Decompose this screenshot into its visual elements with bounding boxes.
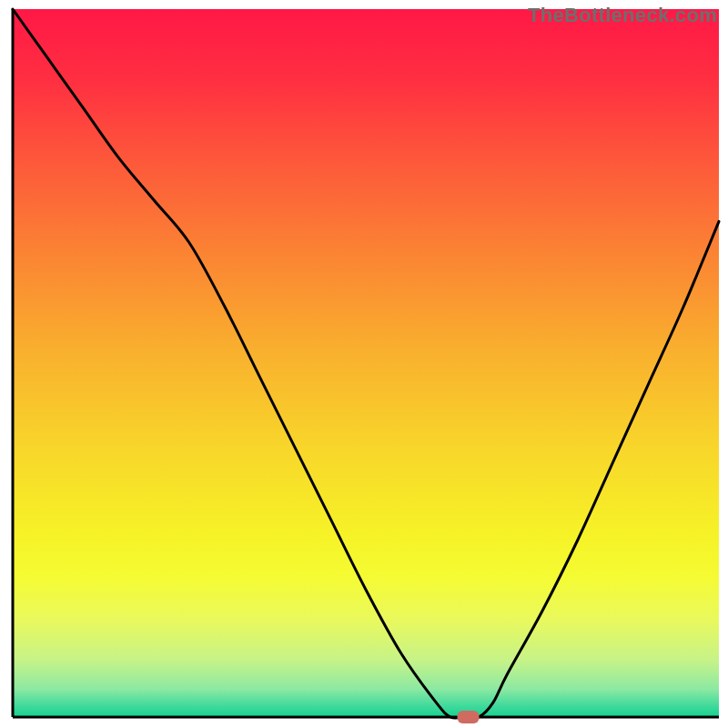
watermark: TheBottleneck.com	[528, 4, 717, 27]
chart-background	[13, 9, 719, 717]
bottleneck-curve-chart	[0, 0, 728, 728]
chart-container: TheBottleneck.com	[0, 0, 728, 728]
optimum-marker	[458, 711, 480, 723]
